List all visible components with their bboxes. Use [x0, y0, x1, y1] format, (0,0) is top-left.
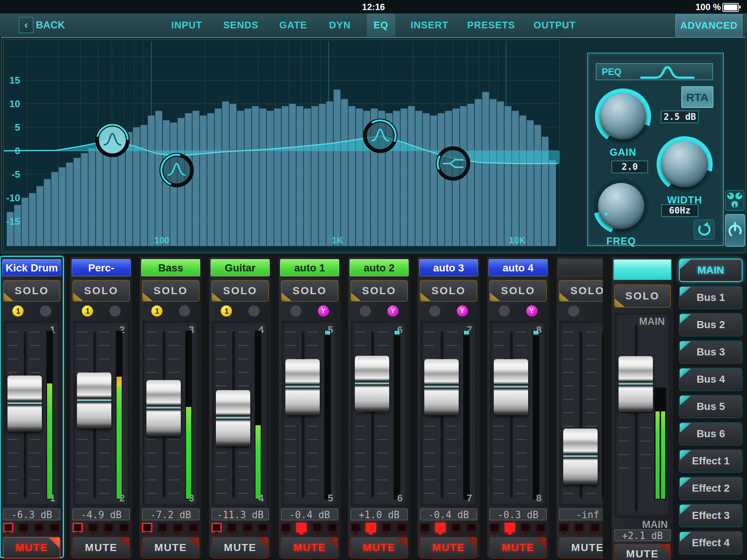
- width-knob[interactable]: [657, 136, 713, 192]
- send-indicator-2[interactable]: [574, 523, 585, 532]
- rta-button[interactable]: RTA: [681, 86, 713, 108]
- mute-button[interactable]: MUTE: [281, 537, 338, 559]
- routing-button[interactable]: [725, 190, 744, 211]
- channel-name[interactable]: Kick Drum: [2, 259, 61, 276]
- power-button[interactable]: [725, 214, 745, 247]
- channel-name[interactable]: Bass: [141, 259, 200, 276]
- fader-value[interactable]: -11.3 dB: [211, 508, 269, 520]
- channel-name[interactable]: Guitar: [211, 259, 270, 276]
- solo-button[interactable]: SOLO: [559, 280, 603, 302]
- width-value[interactable]: 2.0: [611, 161, 648, 173]
- main-fader-value[interactable]: +2.1 dB: [614, 529, 671, 541]
- sidebar-bus-5[interactable]: Bus 5: [679, 395, 743, 418]
- send-indicator-4[interactable]: [466, 523, 477, 532]
- channel-name[interactable]: auto 4: [489, 259, 548, 276]
- main-mute-button[interactable]: MUTE: [614, 544, 671, 560]
- send-indicator-3[interactable]: [242, 523, 253, 532]
- sidebar-bus-4[interactable]: Bus 4: [679, 368, 743, 391]
- send-indicator-3[interactable]: [173, 523, 183, 532]
- mute-button[interactable]: MUTE: [559, 537, 603, 559]
- solo-button[interactable]: SOLO: [211, 280, 269, 302]
- tab-output[interactable]: OUTPUT: [527, 13, 583, 37]
- send-indicator-4[interactable]: [49, 523, 60, 532]
- tab-presets[interactable]: PRESETS: [461, 13, 522, 37]
- freq-knob[interactable]: [593, 178, 649, 234]
- fader-value[interactable]: -6.3 dB: [3, 508, 61, 520]
- fader-handle[interactable]: [563, 429, 598, 485]
- send-indicator-1[interactable]: [142, 523, 152, 532]
- send-indicator-2[interactable]: [157, 523, 168, 532]
- send-indicator-1[interactable]: [489, 523, 500, 532]
- fader-value[interactable]: -7.2 dB: [142, 508, 199, 520]
- send-indicator-1[interactable]: [211, 523, 222, 532]
- fader-value[interactable]: -0.4 dB: [281, 508, 338, 520]
- send-indicator-1[interactable]: [3, 523, 13, 532]
- mute-button[interactable]: MUTE: [489, 537, 547, 559]
- send-indicator-2[interactable]: [366, 523, 376, 532]
- send-indicator-1[interactable]: [559, 523, 569, 532]
- send-indicator-3[interactable]: [590, 523, 600, 532]
- fader-value[interactable]: -inf: [559, 508, 603, 520]
- tab-dyn[interactable]: DYN: [322, 13, 357, 37]
- mute-button[interactable]: MUTE: [142, 537, 199, 559]
- mute-button[interactable]: MUTE: [350, 537, 408, 559]
- gain-knob[interactable]: [595, 88, 651, 144]
- send-indicator-2[interactable]: [18, 523, 29, 532]
- channel-name[interactable]: auto 3: [419, 259, 478, 276]
- send-indicator-1[interactable]: [281, 523, 291, 532]
- main-solo-button[interactable]: SOLO: [614, 284, 671, 308]
- reset-band-button[interactable]: [694, 220, 715, 240]
- eq-graph[interactable]: 151050-5-10-151001K10K: [3, 40, 560, 252]
- send-indicator-1[interactable]: [350, 523, 361, 532]
- send-indicator-2[interactable]: [88, 523, 98, 532]
- sidebar-bus-6[interactable]: Bus 6: [679, 422, 743, 445]
- tab-sends[interactable]: SENDS: [217, 13, 266, 37]
- solo-button[interactable]: SOLO: [72, 280, 130, 302]
- main-fader-handle[interactable]: [619, 356, 653, 412]
- send-indicator-2[interactable]: [435, 523, 446, 532]
- gain-value[interactable]: 2.5 dB: [661, 111, 699, 123]
- channel-name[interactable]: auto 2: [350, 259, 409, 276]
- send-indicator-4[interactable]: [119, 523, 129, 532]
- send-indicator-1[interactable]: [420, 523, 430, 532]
- send-indicator-3[interactable]: [520, 523, 531, 532]
- mute-button[interactable]: MUTE: [3, 537, 61, 559]
- tab-insert[interactable]: INSERT: [404, 13, 455, 37]
- send-indicator-3[interactable]: [451, 523, 461, 532]
- send-indicator-3[interactable]: [381, 523, 392, 532]
- send-indicator-2[interactable]: [227, 523, 237, 532]
- fader-handle[interactable]: [77, 373, 111, 429]
- freq-value[interactable]: 60Hz: [661, 204, 698, 217]
- mute-button[interactable]: MUTE: [72, 537, 130, 559]
- main-fader-track[interactable]: [635, 325, 638, 511]
- send-indicator-4[interactable]: [188, 523, 199, 532]
- send-indicator-3[interactable]: [34, 523, 44, 532]
- send-indicator-3[interactable]: [103, 523, 114, 532]
- main-strip-label[interactable]: [613, 259, 672, 280]
- advanced-button[interactable]: ADVANCED: [675, 14, 743, 37]
- send-indicator-4[interactable]: [327, 523, 338, 532]
- fader-handle[interactable]: [424, 359, 459, 415]
- sidebar-main[interactable]: MAIN: [679, 259, 743, 282]
- fader-handle[interactable]: [146, 380, 181, 436]
- sidebar-bus-3[interactable]: Bus 3: [679, 340, 743, 364]
- channel-name[interactable]: auto 1: [280, 259, 339, 276]
- solo-button[interactable]: SOLO: [350, 280, 408, 302]
- channel-name[interactable]: Perc- ussion: [72, 259, 131, 276]
- solo-button[interactable]: SOLO: [142, 280, 199, 302]
- send-indicator-3[interactable]: [312, 523, 322, 532]
- send-indicator-2[interactable]: [296, 523, 307, 532]
- send-indicator-1[interactable]: [72, 523, 83, 532]
- back-button[interactable]: ‹ BACK: [19, 17, 65, 33]
- fader-value[interactable]: -0.4 dB: [420, 508, 477, 520]
- fader-handle[interactable]: [494, 359, 528, 415]
- solo-button[interactable]: SOLO: [420, 280, 477, 302]
- tab-eq[interactable]: EQ: [367, 13, 395, 37]
- fader-handle[interactable]: [285, 359, 320, 415]
- sidebar-effect-2[interactable]: Effect 2: [679, 477, 743, 500]
- sidebar-effect-4[interactable]: Effect 4: [679, 531, 743, 554]
- fader-value[interactable]: -4.9 dB: [72, 508, 130, 520]
- tab-input[interactable]: INPUT: [165, 13, 209, 37]
- mute-button[interactable]: MUTE: [211, 537, 269, 559]
- send-indicator-4[interactable]: [536, 523, 546, 532]
